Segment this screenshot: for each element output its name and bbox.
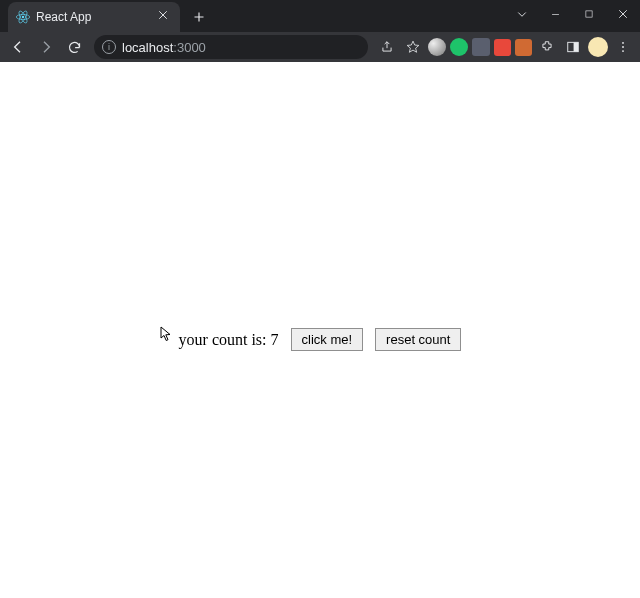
nav-back-icon[interactable] (6, 35, 30, 59)
url-port: :3000 (173, 40, 206, 55)
extension-icon[interactable] (494, 39, 511, 56)
tab-strip: React App (0, 0, 640, 32)
window-minimize-icon[interactable] (538, 0, 572, 28)
window-controls (506, 0, 640, 28)
address-bar[interactable]: i localhost:3000 (94, 35, 368, 59)
share-icon[interactable] (376, 36, 398, 58)
site-info-icon[interactable]: i (102, 40, 116, 54)
tab-title: React App (36, 10, 152, 24)
extension-icon[interactable] (472, 38, 490, 56)
browser-chrome: React App i localhost:3000 (0, 0, 640, 62)
counter-app-row: your count is: 7 click me! reset count (0, 328, 640, 351)
svg-point-7 (622, 42, 624, 44)
window-close-icon[interactable] (606, 0, 640, 28)
svg-rect-6 (574, 42, 579, 51)
count-display: your count is: 7 (179, 331, 279, 349)
reset-count-button[interactable]: reset count (375, 328, 461, 351)
svg-point-0 (22, 16, 24, 18)
count-label: your count is: (179, 331, 271, 348)
click-me-button[interactable]: click me! (291, 328, 364, 351)
url-text: localhost:3000 (122, 40, 206, 55)
extension-icon[interactable] (428, 38, 446, 56)
profile-avatar[interactable] (588, 37, 608, 57)
side-panel-icon[interactable] (562, 36, 584, 58)
window-maximize-icon[interactable] (572, 0, 606, 28)
react-favicon-icon (16, 10, 30, 24)
browser-tab[interactable]: React App (8, 2, 180, 32)
svg-point-9 (622, 50, 624, 52)
tab-search-icon[interactable] (506, 0, 538, 28)
new-tab-button[interactable] (186, 4, 212, 30)
svg-rect-4 (586, 11, 592, 17)
extensions-puzzle-icon[interactable] (536, 36, 558, 58)
extension-icon[interactable] (450, 38, 468, 56)
url-host: localhost (122, 40, 173, 55)
browser-toolbar: i localhost:3000 (0, 32, 640, 62)
page-viewport: your count is: 7 click me! reset count (0, 62, 640, 598)
kebab-menu-icon[interactable] (612, 36, 634, 58)
bookmark-star-icon[interactable] (402, 36, 424, 58)
extension-icon[interactable] (515, 39, 532, 56)
svg-point-8 (622, 46, 624, 48)
nav-reload-icon[interactable] (62, 35, 86, 59)
count-value: 7 (271, 331, 279, 348)
tab-close-icon[interactable] (158, 10, 172, 24)
nav-forward-icon[interactable] (34, 35, 58, 59)
